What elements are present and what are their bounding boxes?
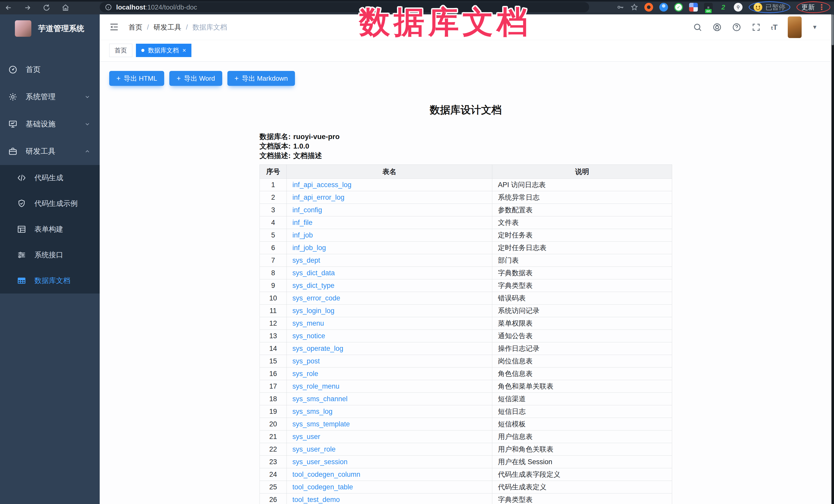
table-row: 18sys_sms_channel短信渠道 [260, 393, 672, 405]
breadcrumb-home[interactable]: 首页 [129, 23, 142, 32]
table-name-link[interactable]: inf_job_log [292, 244, 326, 251]
table-name-link[interactable]: inf_file [292, 219, 312, 226]
table-name-link[interactable]: sys_sms_log [292, 408, 332, 415]
row-description: 用户在线 Session [492, 456, 672, 468]
scrollbar-thumb[interactable] [832, 15, 834, 45]
row-description: 用户信息表 [492, 431, 672, 443]
sidebar-item-form-builder[interactable]: 表单构建 [0, 216, 100, 242]
extension-switch-icon[interactable]: ≡on [704, 3, 713, 12]
tab-db-doc[interactable]: 数据库文档 × [136, 44, 192, 57]
table-name-link[interactable]: sys_role [292, 370, 319, 377]
sidebar-collapse-icon[interactable] [109, 22, 119, 32]
row-table-name-cell: tool_test_demo [287, 494, 492, 504]
row-table-name-cell: sys_dict_type [287, 279, 492, 292]
sidebar-item-system[interactable]: 系统管理 [0, 83, 100, 111]
table-name-link[interactable]: sys_user [292, 433, 320, 440]
meta-value: ruoyi-vue-pro [293, 133, 339, 140]
avatar-caret-icon[interactable]: ▼ [812, 24, 817, 30]
table-name-link[interactable]: sys_post [292, 357, 320, 365]
tab-close-icon[interactable]: × [182, 47, 186, 53]
sidebar-item-codegen-demo[interactable]: 代码生成示例 [0, 191, 100, 216]
extension-grid-icon[interactable] [689, 3, 698, 12]
toolbox-icon [8, 147, 18, 156]
table-name-link[interactable]: inf_api_access_log [292, 181, 351, 189]
sidebar-item-home[interactable]: 首页 [0, 56, 100, 83]
browser-update-button[interactable]: 更新 ⋮ [796, 1, 830, 13]
row-index: 11 [260, 305, 287, 317]
search-icon[interactable] [693, 23, 702, 32]
export-word-button[interactable]: + 导出 Word [169, 71, 222, 86]
table-name-link[interactable]: sys_dict_data [292, 269, 335, 277]
table-row: 3inf_config参数配置表 [260, 204, 672, 216]
help-icon[interactable] [732, 23, 741, 32]
row-description: 用户和角色关联表 [492, 443, 672, 456]
table-name-link[interactable]: sys_user_role [292, 445, 335, 453]
extension-leaf-icon[interactable]: 2 [719, 3, 728, 12]
row-table-name-cell: sys_login_log [287, 305, 492, 317]
sidebar-item-infra[interactable]: 基础设施 [0, 111, 100, 138]
extensions-puzzle-icon[interactable]: ⚲ [734, 3, 743, 12]
github-icon[interactable] [712, 23, 722, 32]
fullscreen-icon[interactable] [751, 23, 761, 32]
table-name-link[interactable]: sys_operate_log [292, 345, 343, 352]
browser-menu-icon[interactable]: ⋮ [818, 3, 826, 11]
tab-home[interactable]: 首页 [109, 44, 132, 57]
app-title: 芋道管理系统 [38, 23, 84, 34]
table-row: 24tool_codegen_column代码生成表字段定义 [260, 468, 672, 481]
table-name-link[interactable]: tool_test_demo [292, 496, 340, 503]
sidebar-item-label: 数据库文档 [35, 276, 70, 286]
browser-back-icon[interactable] [5, 4, 12, 12]
site-info-icon[interactable] [105, 4, 112, 11]
table-name-link[interactable]: sys_sms_channel [292, 395, 348, 403]
breadcrumb-devtools[interactable]: 研发工具 [154, 23, 181, 32]
table-name-link[interactable]: inf_config [292, 206, 322, 214]
bookmark-star-icon[interactable] [631, 3, 638, 11]
table-name-link[interactable]: sys_sms_template [292, 420, 350, 428]
app-logo[interactable]: 芋道管理系统 [0, 15, 100, 43]
table-name-link[interactable]: sys_error_code [292, 294, 340, 302]
row-description: 短信日志 [492, 405, 672, 418]
sidebar-item-api[interactable]: 系统接口 [0, 242, 100, 268]
table-row: 9sys_dict_type字典类型表 [260, 279, 672, 292]
sidebar-item-db-doc[interactable]: 数据库文档 [0, 268, 100, 293]
password-key-icon[interactable] [617, 3, 624, 11]
table-name-link[interactable]: sys_dept [292, 257, 320, 264]
row-description: 字典类型表 [492, 279, 672, 292]
table-name-link[interactable]: sys_menu [292, 320, 324, 327]
profile-paused-badge[interactable]: 已暂停 [749, 1, 790, 13]
table-name-link[interactable]: sys_role_menu [292, 382, 339, 390]
row-table-name-cell: inf_job [287, 229, 492, 242]
extension-pin-icon[interactable] [659, 3, 668, 12]
browser-forward-icon[interactable] [24, 4, 31, 12]
browser-reload-icon[interactable] [43, 4, 50, 12]
row-description: 操作日志记录 [492, 342, 672, 355]
extension-proxy-icon[interactable] [644, 3, 653, 12]
table-name-link[interactable]: sys_dict_type [292, 282, 334, 289]
table-name-link[interactable]: tool_codegen_table [292, 483, 353, 491]
url-text: localhost:1024/tool/db-doc [116, 3, 197, 11]
table-name-link[interactable]: sys_login_log [292, 307, 334, 314]
table-row: 7sys_dept部门表 [260, 254, 672, 267]
table-name-link[interactable]: sys_notice [292, 332, 325, 340]
table-name-link[interactable]: tool_codegen_column [292, 470, 360, 478]
breadcrumb-separator: / [147, 23, 149, 31]
row-index: 18 [260, 393, 287, 405]
table-name-link[interactable]: sys_user_session [292, 458, 348, 466]
table-name-link[interactable]: inf_job [292, 231, 313, 239]
sidebar-item-label: 系统管理 [26, 92, 56, 102]
sidebar-item-devtools[interactable]: 研发工具 [0, 138, 100, 165]
extension-check-icon[interactable]: ✓ [674, 3, 683, 12]
page-scrollbar[interactable] [831, 15, 834, 504]
font-size-icon[interactable]: tT [771, 23, 777, 31]
sidebar-item-codegen[interactable]: 代码生成 [0, 165, 100, 191]
export-markdown-button[interactable]: + 导出 Markdown [227, 71, 295, 86]
row-table-name-cell: inf_job_log [287, 242, 492, 254]
breadcrumb: 首页 / 研发工具 / 数据库文档 [129, 15, 227, 40]
table-name-link[interactable]: inf_api_error_log [292, 194, 345, 201]
row-description: 代码生成表字段定义 [492, 468, 672, 481]
export-html-button[interactable]: + 导出 HTML [109, 71, 164, 86]
row-table-name-cell: sys_sms_channel [287, 393, 492, 405]
table-row: 6inf_job_log定时任务日志表 [260, 242, 672, 254]
user-avatar[interactable] [788, 17, 802, 38]
browser-home-icon[interactable] [62, 4, 69, 12]
